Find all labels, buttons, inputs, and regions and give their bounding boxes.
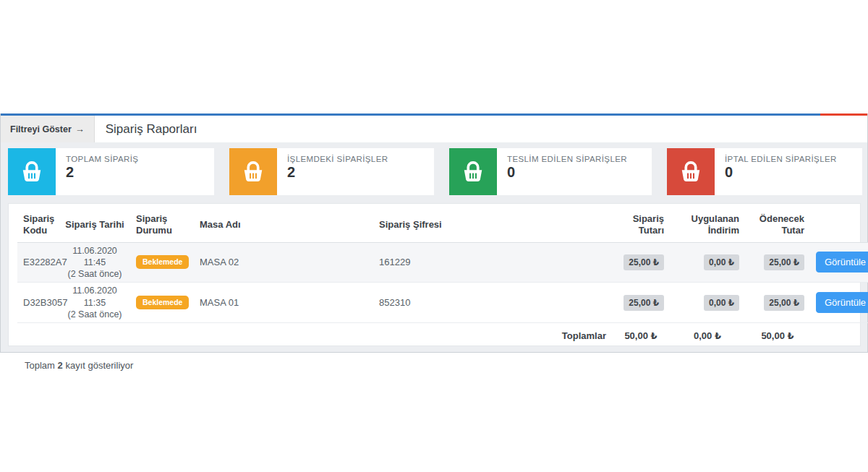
record-count-prefix: Toplam [25, 360, 55, 371]
order-discount: 0,00 ₺ [670, 242, 745, 283]
arrow-right-icon: → [75, 124, 85, 134]
card-processing-orders: İŞLEMDEKİ SİPARİŞLER 2 [229, 148, 434, 195]
col-header-order-amount: Sipariş Tutarı [612, 208, 670, 242]
order-status: Beklemede [130, 242, 194, 283]
order-amount: 25,00 ₺ [612, 283, 670, 323]
col-header-actions [810, 208, 868, 242]
totals-discount: 0,00 ₺ [670, 323, 745, 349]
col-header-payable: Ödenecek Tutar [745, 208, 810, 242]
card-label: İPTAL EDİLEN SİPARİŞLER [725, 155, 837, 163]
col-header-order-code: Sipariş Kodu [17, 208, 59, 242]
col-header-order-status: Sipariş Durumu [130, 208, 194, 242]
amount-badge: 25,00 ₺ [624, 254, 664, 270]
order-code: E32282A7 [17, 242, 59, 283]
status-badge: Beklemede [136, 296, 189, 309]
status-badge: Beklemede [136, 255, 189, 269]
payable-badge: 25,00 ₺ [764, 295, 804, 311]
totals-label: Toplamlar [373, 323, 612, 349]
record-count-suffix: kayıt gösteriliyor [65, 360, 133, 371]
discount-badge: 0,00 ₺ [704, 295, 739, 311]
order-status: Beklemede [130, 283, 194, 323]
col-header-order-password: Sipariş Şifresi [373, 208, 612, 242]
order-payable: 25,00 ₺ [745, 283, 810, 323]
basket-icon [229, 148, 277, 195]
col-header-discount: Uygulanan İndirim [670, 208, 745, 242]
table-header-row: Sipariş Kodu Sipariş Tarihi Sipariş Duru… [17, 208, 868, 242]
page-title: Sipariş Raporları [106, 116, 197, 142]
table-name: MASA 01 [194, 283, 373, 323]
card-value: 2 [287, 164, 388, 181]
card-value: 0 [725, 164, 837, 181]
table-name: MASA 02 [194, 242, 373, 283]
discount-badge: 0,00 ₺ [704, 254, 739, 270]
report-page: Filtreyi Göster → Sipariş Raporları TOPL… [0, 113, 868, 353]
view-button[interactable]: Görüntüle [816, 292, 868, 313]
order-date: 11.06.2020 11:35 (2 Saat önce) [59, 283, 130, 323]
card-cancelled-orders: İPTAL EDİLEN SİPARİŞLER 0 [667, 148, 862, 195]
order-code: D32B3057 [17, 283, 59, 323]
order-date-relative: (2 Saat önce) [65, 309, 124, 320]
order-discount: 0,00 ₺ [670, 283, 745, 323]
view-button[interactable]: Görüntüle [816, 252, 868, 273]
col-header-order-date: Sipariş Tarihi [59, 208, 130, 242]
basket-icon [449, 148, 497, 195]
payable-badge: 25,00 ₺ [764, 254, 804, 270]
order-date-value: 11.06.2020 11:45 [65, 245, 124, 269]
summary-cards: TOPLAM SİPARİŞ 2 İŞLEMDEKİ SİPARİŞLER 2 … [1, 142, 867, 203]
show-filter-button[interactable]: Filtreyi Göster → [1, 116, 95, 142]
card-value: 2 [66, 164, 138, 181]
table-row: E32282A7 11.06.2020 11:45 (2 Saat önce) … [17, 242, 868, 283]
orders-table: Sipariş Kodu Sipariş Tarihi Sipariş Duru… [17, 208, 868, 348]
orders-table-panel: Sipariş Kodu Sipariş Tarihi Sipariş Duru… [8, 203, 861, 346]
record-count-value: 2 [58, 360, 63, 371]
show-filter-label: Filtreyi Göster [10, 124, 72, 134]
order-date: 11.06.2020 11:45 (2 Saat önce) [59, 242, 130, 283]
order-payable: 25,00 ₺ [745, 242, 810, 283]
basket-icon [8, 148, 56, 195]
table-row: D32B3057 11.06.2020 11:35 (2 Saat önce) … [17, 283, 868, 323]
card-label: İŞLEMDEKİ SİPARİŞLER [287, 155, 388, 163]
order-password: 161229 [373, 242, 612, 283]
card-delivered-orders: TESLİM EDİLEN SİPARİŞLER 0 [449, 148, 652, 195]
card-value: 0 [507, 164, 627, 181]
order-amount: 25,00 ₺ [612, 242, 670, 283]
order-actions: Görüntüle [810, 242, 868, 283]
totals-row: Toplamlar 50,00 ₺ 0,00 ₺ 50,00 ₺ [17, 323, 868, 349]
order-password: 852310 [373, 283, 612, 323]
col-header-table-name: Masa Adı [194, 208, 373, 242]
amount-badge: 25,00 ₺ [624, 295, 664, 311]
order-actions: Görüntüle [810, 283, 868, 323]
totals-payable: 50,00 ₺ [745, 323, 810, 349]
basket-icon [667, 148, 715, 195]
header-bar: Filtreyi Göster → Sipariş Raporları [1, 116, 867, 142]
card-label: TOPLAM SİPARİŞ [66, 155, 138, 163]
card-total-orders: TOPLAM SİPARİŞ 2 [8, 148, 214, 195]
card-label: TESLİM EDİLEN SİPARİŞLER [507, 155, 627, 163]
order-date-relative: (2 Saat önce) [65, 268, 124, 280]
totals-amount: 50,00 ₺ [612, 323, 670, 349]
record-count-note: Toplam 2 kayıt gösteriliyor [25, 360, 844, 371]
order-date-value: 11.06.2020 11:35 [65, 285, 124, 309]
